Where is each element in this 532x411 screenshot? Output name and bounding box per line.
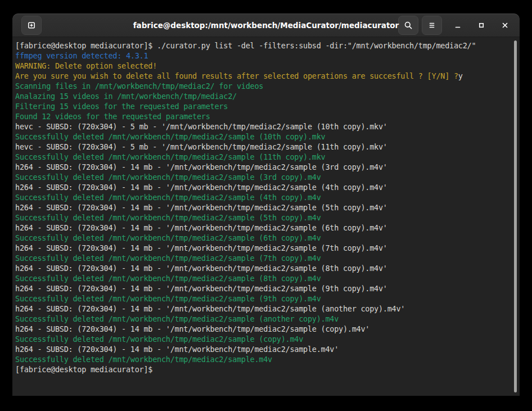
menu-button[interactable] — [422, 16, 442, 35]
terminal-window: fabrice@desktop:/mnt/workbench/MediaCura… — [12, 13, 520, 396]
terminal-line: Successfully deleted /mnt/workbench/tmp/… — [15, 273, 508, 283]
terminal-line: Successfully deleted /mnt/workbench/tmp/… — [15, 132, 508, 142]
scrollbar-thumb[interactable] — [514, 40, 517, 392]
terminal-line: Are you sure you wish to delete all foun… — [15, 71, 508, 81]
terminal-line: Successfully deleted /mnt/workbench/tmp/… — [15, 253, 508, 263]
terminal-output[interactable]: [fabrice@desktop mediacurator]$ ./curato… — [12, 37, 520, 396]
terminal-line: h264 - SUBSD: (720x304) - 14 mb - '/mnt/… — [15, 304, 508, 314]
terminal-line: Successfully deleted /mnt/workbench/tmp/… — [15, 334, 508, 344]
terminal-line: h264 - SUBSD: (720x304) - 14 mb - '/mnt/… — [15, 324, 508, 334]
terminal-line: h264 - SUBSD: (720x304) - 14 mb - '/mnt/… — [15, 344, 508, 354]
maximize-button[interactable] — [474, 17, 489, 33]
new-tab-button[interactable] — [21, 16, 42, 35]
minimize-icon — [453, 21, 462, 30]
terminal-line: h264 - SUBSD: (720x304) - 14 mb - '/mnt/… — [15, 223, 508, 233]
scrollbar[interactable] — [513, 38, 518, 395]
terminal-line: h264 - SUBSD: (720x304) - 14 mb - '/mnt/… — [15, 283, 508, 293]
terminal-line: ffmpeg version detected: 4.3.1 — [15, 51, 508, 61]
search-icon — [404, 21, 413, 30]
new-tab-icon — [27, 21, 36, 30]
terminal-line: Successfully deleted /mnt/workbench/tmp/… — [15, 152, 508, 162]
titlebar[interactable]: fabrice@desktop:/mnt/workbench/MediaCura… — [12, 13, 520, 37]
search-button[interactable] — [398, 16, 418, 35]
terminal-line: h264 - SUBSD: (720x304) - 14 mb - '/mnt/… — [15, 162, 508, 172]
close-icon — [501, 21, 510, 30]
terminal-line: Successfully deleted /mnt/workbench/tmp/… — [15, 192, 508, 202]
terminal-line: hevc - SUBSD: (720x304) - 5 mb - '/mnt/w… — [15, 142, 508, 152]
terminal-line: Found 12 videos for the requested parame… — [15, 111, 508, 121]
terminal-line: [fabrice@desktop mediacurator]$ ./curato… — [15, 40, 508, 51]
terminal-line: h264 - SUBSD: (720x304) - 14 mb - '/mnt/… — [15, 202, 508, 213]
terminal-line: WARNING: Delete option selected! — [15, 61, 508, 71]
terminal-line: Successfully deleted /mnt/workbench/tmp/… — [15, 233, 508, 243]
terminal-line: Filtering 15 videos for the requested pa… — [15, 101, 508, 111]
terminal-line: hevc - SUBSD: (720x304) - 5 mb - '/mnt/w… — [15, 121, 508, 132]
terminal-line: Successfully deleted /mnt/workbench/tmp/… — [15, 293, 508, 304]
terminal-line: h264 - SUBSD: (720x304) - 14 mb - '/mnt/… — [15, 182, 508, 192]
terminal-line: Scanning files in /mnt/workbench/tmp/med… — [15, 81, 508, 91]
terminal-line: Successfully deleted /mnt/workbench/tmp/… — [15, 354, 508, 364]
minimize-button[interactable] — [450, 17, 466, 33]
close-button[interactable] — [497, 17, 513, 33]
terminal-line: h264 - SUBSD: (720x304) - 14 mb - '/mnt/… — [15, 263, 508, 273]
terminal-line: Successfully deleted /mnt/workbench/tmp/… — [15, 172, 508, 182]
terminal-line: Successfully deleted /mnt/workbench/tmp/… — [15, 213, 508, 223]
maximize-icon — [477, 21, 486, 30]
terminal-line: h264 - SUBSD: (720x304) - 14 mb - '/mnt/… — [15, 243, 508, 253]
hamburger-menu-icon — [427, 21, 436, 30]
terminal-line: [fabrice@desktop mediacurator]$ — [15, 364, 508, 374]
terminal-line: Successfully deleted /mnt/workbench/tmp/… — [15, 314, 508, 324]
terminal-line: Analazing 15 videos in /mnt/workbench/tm… — [15, 91, 508, 101]
